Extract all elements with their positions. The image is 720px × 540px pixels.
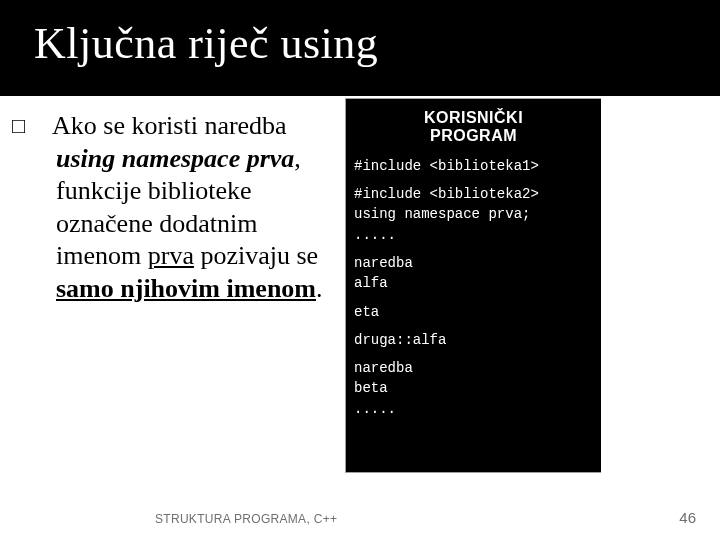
code-line: alfa xyxy=(354,273,593,293)
title-bar: Ključna riječ using xyxy=(0,0,720,96)
body-part4: . xyxy=(316,274,323,303)
code-line: beta xyxy=(354,378,593,398)
body-em: using namespace prva xyxy=(56,144,294,173)
bullet-icon: □ xyxy=(34,112,52,140)
body-part3: pozivaju se xyxy=(194,241,318,270)
footer-text: STRUKTURA PROGRAMA, C++ xyxy=(155,512,337,526)
code-line: naredba xyxy=(354,253,593,273)
code-header-line2: PROGRAM xyxy=(430,127,517,144)
body-underlined1: prva xyxy=(148,241,194,270)
slide: Ključna riječ using □Ako se koristi nare… xyxy=(0,0,720,540)
code-line: naredba xyxy=(354,358,593,378)
slide-number: 46 xyxy=(679,509,696,526)
code-header: KORISNIČKI PROGRAM xyxy=(354,109,593,146)
code-panel: KORISNIČKI PROGRAM #include <biblioteka1… xyxy=(345,98,601,473)
slide-title: Ključna riječ using xyxy=(34,18,378,69)
code-line: eta xyxy=(354,302,593,322)
code-line: #include <biblioteka1> xyxy=(354,156,593,176)
code-line: ..... xyxy=(354,399,593,419)
code-line: druga::alfa xyxy=(354,330,593,350)
code-line: using namespace prva; xyxy=(354,204,593,224)
body-bold-under: samo njihovim imenom xyxy=(56,274,316,303)
body-part1: Ako se koristi naredba xyxy=(52,111,287,140)
code-header-line1: KORISNIČKI xyxy=(424,109,523,126)
code-line: ..... xyxy=(354,225,593,245)
body-text: □Ako se koristi naredba using namespace … xyxy=(34,110,339,305)
code-line: #include <biblioteka2> xyxy=(354,184,593,204)
